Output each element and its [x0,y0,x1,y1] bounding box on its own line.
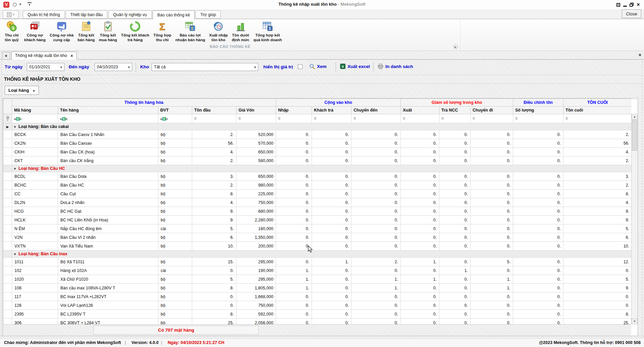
cell[interactable]: 6. [564,233,631,242]
cell[interactable]: 680,000 [236,207,276,216]
cell[interactable]: CKT [12,156,58,165]
cell[interactable]: 0. [513,130,564,139]
cell[interactable]: Bộ Xã T1011 [58,258,158,266]
ribbon-item-9[interactable]: Tồn dưới định mức [230,20,251,42]
cell[interactable]: 0. [352,130,401,139]
cell[interactable]: bộ [158,258,192,266]
cell[interactable]: 0. [471,148,513,156]
minimize-icon[interactable] [621,1,629,8]
cell[interactable]: 0. [276,190,312,198]
cell[interactable]: 1. [471,275,513,284]
cell[interactable]: 0. [276,198,312,207]
band-header-2[interactable]: Giảm số lượng trong kho [401,99,513,107]
filter-pin-icon[interactable] [3,114,12,123]
cell[interactable]: Bàn cầu CK trắng [58,156,158,165]
cell[interactable]: 225,000 [236,190,276,198]
cell[interactable]: 1,668,000 [236,292,276,301]
cell[interactable]: 0. [276,207,312,216]
filter-cell-2[interactable]: aBc [158,114,192,123]
cell[interactable]: bộ [158,216,192,224]
cell[interactable]: 0. [401,156,439,165]
cell[interactable]: 9. [564,207,631,216]
cell[interactable]: 2. [564,181,631,190]
cell[interactable]: 56. [192,139,236,148]
cell[interactable]: 0. [312,207,352,216]
cell[interactable]: BC Inax 117VA +L282VT [58,292,158,301]
cell[interactable]: 0. [564,301,631,310]
table-row[interactable]: CKIHBàn Cầu CK (hoa)bộ4.650,0000.0.0.0.0… [3,148,632,156]
cell[interactable]: 8. [192,310,236,319]
ribbon-item-2[interactable]: Công nợ nhà cung cấp [48,20,75,42]
cell[interactable]: 0. [513,242,564,251]
cell[interactable]: 0. [276,148,312,156]
column-header-6[interactable]: Khách trả [312,107,352,114]
cell[interactable]: 0. [352,172,401,181]
cell[interactable]: 2,056,000 [236,319,276,325]
cell[interactable]: 0. [352,139,401,148]
cell[interactable]: 0. [471,181,513,190]
table-row[interactable]: BCCKBàn Cầu Caxsv 1 Nhấnbộ2.520,0000.0.0… [3,130,632,139]
to-date-input[interactable]: 04/10/2023▼ [95,63,132,71]
cell[interactable]: 190,000 [236,266,276,275]
cell[interactable]: Bàn Cầu Caxsv 1 Nhấn [58,130,158,139]
cell[interactable]: 0. [439,172,471,181]
table-row[interactable]: CKTBàn cầu CK trắngbộ2.580,0000.0.0.0.0.… [3,156,632,165]
cell[interactable]: Bàn Cầu Vl 2 nhấn [58,233,158,242]
vertical-scrollbar[interactable]: ▲ ▼ [631,114,638,324]
cell[interactable]: 0. [352,224,401,233]
cell[interactable]: 1,350,000 [236,233,276,242]
cell[interactable]: 102 [12,266,58,275]
cell[interactable]: BCDL [12,172,58,181]
cell[interactable]: 4. [564,148,631,156]
cell[interactable]: 8. [192,284,236,292]
cell[interactable]: 56. [564,139,631,148]
cell[interactable]: 0. [513,148,564,156]
cell[interactable]: 0. [439,181,471,190]
filter-cell-12[interactable]: = [564,114,631,123]
cell[interactable]: 1. [276,266,312,275]
cell[interactable]: 0. [276,130,312,139]
cell[interactable]: 750,000 [236,198,276,207]
table-row[interactable]: HCGBC HC Gạtbộ9.680,0000.0.0.0.0.0.0.9. [3,207,632,216]
cell[interactable]: bộ [158,319,192,325]
cell[interactable]: 0. [513,284,564,292]
table-row[interactable]: 1011Bộ Xã T1011bộ15.295,0000.1.2.1.0.5.0… [3,258,632,266]
screenshot-icon[interactable] [614,1,622,8]
cell[interactable]: 0. [352,181,401,190]
band-header-4[interactable]: TỒN CUỐI [564,99,631,107]
document-tab-active[interactable]: Thống kê nhập xuất tồn kho × [11,52,77,60]
filter-cell-1[interactable]: aBc [58,114,158,123]
cell[interactable]: 0. [471,301,513,310]
filter-cell-7[interactable]: = [352,114,401,123]
cell[interactable]: 180,000 [236,224,276,233]
cell[interactable]: 0. [439,156,471,165]
cell[interactable]: bộ [158,156,192,165]
cell[interactable]: 0. [312,148,352,156]
cell[interactable]: 0. [276,233,312,242]
cell[interactable]: 0. [513,266,564,275]
cell[interactable]: 0. [352,198,401,207]
cell[interactable]: 0. [312,233,352,242]
chevron-down-icon[interactable]: ▼ [254,66,257,69]
cell[interactable]: 0. [312,198,352,207]
cell[interactable]: 0. [439,310,471,319]
cell[interactable]: 0. [439,258,471,266]
cell[interactable]: bộ [158,139,192,148]
collapse-group-icon[interactable]: ▼ [13,167,16,170]
filter-cell-4[interactable]: = [236,114,276,123]
cell[interactable]: 306 [12,319,58,325]
cell[interactable]: bộ [158,172,192,181]
column-header-0[interactable]: Mã hàng [12,107,58,114]
cell[interactable]: 0. [513,258,564,266]
cell[interactable]: 5. [192,275,236,284]
cell[interactable]: 25. [564,319,631,325]
cell[interactable]: 1. [401,275,439,284]
cell[interactable]: 0. [352,266,401,275]
cell[interactable]: 0. [471,139,513,148]
cell[interactable]: bộ [158,242,192,251]
cell[interactable]: 2. [192,156,236,165]
table-row[interactable]: N ÊMNắp Cầu HC đóng êmcái5.180,0000.0.0.… [3,224,632,233]
cell[interactable]: 0. [513,190,564,198]
restore-icon[interactable] [628,1,635,8]
cell[interactable]: 0. [312,172,352,181]
